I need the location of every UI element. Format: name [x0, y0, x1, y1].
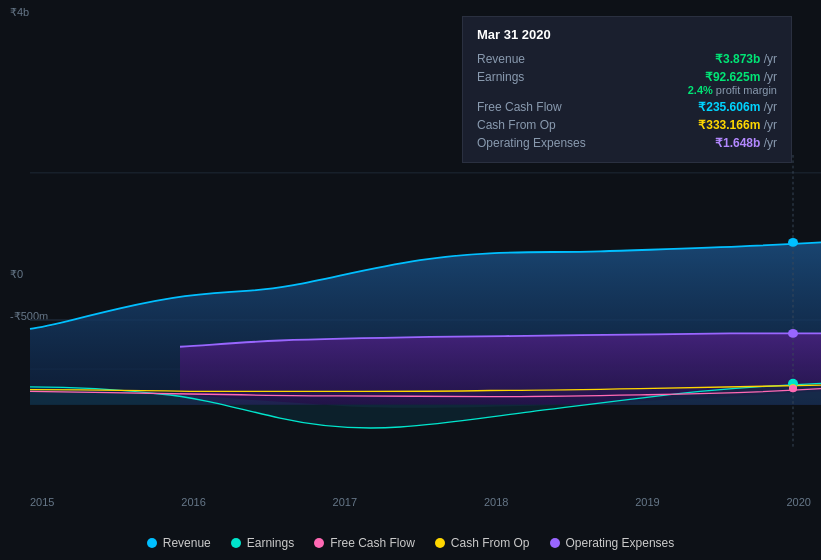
- x-label-2017: 2017: [333, 496, 357, 508]
- tooltip-value-cashfromop: ₹333.166m /yr: [698, 118, 777, 132]
- opex-dot: [788, 329, 798, 338]
- x-label-2016: 2016: [181, 496, 205, 508]
- legend-label-earnings: Earnings: [247, 536, 294, 550]
- x-label-2019: 2019: [635, 496, 659, 508]
- x-label-2018: 2018: [484, 496, 508, 508]
- legend-item-cashfromop: Cash From Op: [435, 536, 530, 550]
- tooltip-row-opex: Operating Expenses ₹1.648b /yr: [477, 134, 777, 152]
- tooltip-row-earnings: Earnings ₹92.625m /yr 2.4% profit margin: [477, 68, 777, 98]
- tooltip-label-fcf: Free Cash Flow: [477, 100, 562, 114]
- tooltip-value-fcf: ₹235.606m /yr: [698, 100, 777, 114]
- x-axis-labels: 2015 2016 2017 2018 2019 2020: [30, 496, 811, 508]
- tooltip-value-opex: ₹1.648b /yr: [715, 136, 777, 150]
- tooltip-title: Mar 31 2020: [477, 27, 777, 42]
- tooltip-value-earnings: ₹92.625m /yr: [705, 70, 777, 84]
- revenue-dot: [788, 238, 798, 247]
- legend-item-fcf: Free Cash Flow: [314, 536, 415, 550]
- chart-legend: Revenue Earnings Free Cash Flow Cash Fro…: [0, 536, 821, 550]
- tooltip-row-revenue: Revenue ₹3.873b /yr: [477, 50, 777, 68]
- legend-dot-revenue: [147, 538, 157, 548]
- tooltip-label-revenue: Revenue: [477, 52, 525, 66]
- y-label-4b: ₹4b: [10, 6, 29, 19]
- tooltip-label-earnings: Earnings: [477, 70, 524, 84]
- legend-label-cashfromop: Cash From Op: [451, 536, 530, 550]
- tooltip-row-cashfromop: Cash From Op ₹333.166m /yr: [477, 116, 777, 134]
- x-label-2020: 2020: [786, 496, 810, 508]
- legend-dot-earnings: [231, 538, 241, 548]
- tooltip-profit-margin: 2.4% profit margin: [688, 84, 777, 96]
- x-label-2015: 2015: [30, 496, 54, 508]
- tooltip-label-cashfromop: Cash From Op: [477, 118, 556, 132]
- legend-label-opex: Operating Expenses: [566, 536, 675, 550]
- legend-label-revenue: Revenue: [163, 536, 211, 550]
- tooltip-label-opex: Operating Expenses: [477, 136, 586, 150]
- chart-svg: [0, 155, 821, 485]
- tooltip-value-revenue: ₹3.873b /yr: [715, 52, 777, 66]
- legend-item-earnings: Earnings: [231, 536, 294, 550]
- legend-dot-fcf: [314, 538, 324, 548]
- fcf-dot: [789, 385, 797, 392]
- legend-dot-cashfromop: [435, 538, 445, 548]
- legend-item-revenue: Revenue: [147, 536, 211, 550]
- legend-dot-opex: [550, 538, 560, 548]
- data-tooltip: Mar 31 2020 Revenue ₹3.873b /yr Earnings…: [462, 16, 792, 163]
- tooltip-row-fcf: Free Cash Flow ₹235.606m /yr: [477, 98, 777, 116]
- legend-item-opex: Operating Expenses: [550, 536, 675, 550]
- legend-label-fcf: Free Cash Flow: [330, 536, 415, 550]
